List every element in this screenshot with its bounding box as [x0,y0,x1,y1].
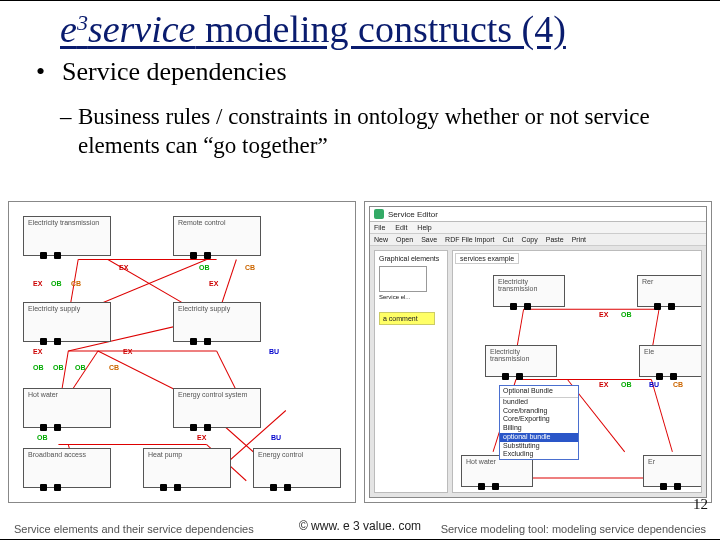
edge-label: OB [621,381,632,388]
dash: – [60,103,78,132]
menu-item[interactable]: Edit [395,224,407,231]
node-label: Hot water [28,391,58,398]
edge-label: EX [119,264,128,271]
node-box[interactable]: Rer [637,275,702,307]
palette-item[interactable] [379,266,427,292]
window-title: Service Editor [388,210,438,219]
node-label: Energy control [258,451,303,458]
title-e: e [60,8,77,50]
window-body: Graphical elements Service el... a comme… [370,246,706,497]
node-box: Hot water [23,388,111,428]
edge-label: EX [599,381,608,388]
palette-item-label: Service el... [379,294,443,300]
figure-left: Electricity transmission Remote control … [8,201,356,503]
edge-label: CB [71,280,81,287]
bullet-1: Service dependencies [62,57,287,87]
node-label: Remote control [178,219,225,226]
toolbar-button[interactable]: New [374,236,388,243]
edge-label: EX [197,434,206,441]
node-label: Electricity supply [178,305,230,312]
edge-label: OB [33,364,44,371]
menubar: File Edit Help [370,222,706,234]
node-label: Electricity transmission [498,278,537,292]
edge-label: CB [673,381,683,388]
menu-item[interactable]: Help [417,224,431,231]
slide: e3service modeling constructs (4) • Serv… [0,1,720,539]
sticky-note-text: a comment [383,315,418,322]
toolbar-button[interactable]: Save [421,236,437,243]
node-label: Er [648,458,655,465]
sub-bullet-text: Business rules / constraints in ontology… [78,104,650,158]
sub-bullet: –Business rules / constraints in ontolog… [78,103,720,161]
node-box[interactable]: Electricity transmission [493,275,565,307]
node-label: Broadband access [28,451,86,458]
svg-line-22 [651,380,672,452]
node-label: Energy control system [178,391,247,398]
edge-label: OB [37,434,48,441]
node-label: Electricity transmission [28,219,99,226]
menu-item[interactable]: File [374,224,385,231]
node-box: Broadband access [23,448,111,488]
list-item[interactable]: Excluding [500,450,578,459]
title-super: 3 [77,10,88,35]
edge-label: EX [599,311,608,318]
edge-label: CB [109,364,119,371]
node-box: Electricity supply [23,302,111,342]
node-label: Electricity transmission [490,348,529,362]
toolbar-button[interactable]: RDF File Import [445,236,494,243]
edge-label: EX [33,348,42,355]
edge-label: EX [33,280,42,287]
footer-copyright: © www. e 3 value. com [0,519,720,533]
node-label: Heat pump [148,451,182,458]
edge-label: BU [271,434,281,441]
node-box: Energy control system [173,388,261,428]
dropdown-header: Optional Bundle [500,386,578,398]
node-box[interactable]: Ele [639,345,702,377]
edge-label: EX [123,348,132,355]
toolbar-button[interactable]: Open [396,236,413,243]
edge-label: BU [269,348,279,355]
node-label: Rer [642,278,653,285]
edge-label: OB [621,311,632,318]
edge-label: BU [649,381,659,388]
edge-label: CB [245,264,255,271]
editor-window: Service Editor File Edit Help New Open S… [369,206,707,498]
node-box: Remote control [173,216,261,256]
list-item[interactable]: Core/Exporting [500,415,578,424]
list-item-selected[interactable]: optional bundle [500,433,578,442]
toolbar-button[interactable]: Paste [546,236,564,243]
list-item[interactable]: bundled [500,398,578,407]
title-service: service [88,8,196,50]
node-label: Hot water [466,458,496,465]
list-item[interactable]: Substituting [500,442,578,451]
list-item[interactable]: Core/branding [500,407,578,416]
node-box[interactable]: Er [643,455,702,487]
window-titlebar: Service Editor [370,207,706,222]
bullet-dot: • [36,57,62,87]
app-icon [374,209,384,219]
bullet-list: • Service dependencies [36,57,720,87]
node-box[interactable]: Electricity transmission [485,345,557,377]
node-box: Energy control [253,448,341,488]
edge-label: OB [75,364,86,371]
edge-label: OB [53,364,64,371]
node-box: Heat pump [143,448,231,488]
edge-label: EX [209,280,218,287]
canvas-panel[interactable]: services example [452,250,702,493]
figure-right: Service Editor File Edit Help New Open S… [364,201,712,503]
slide-title: e3service modeling constructs (4) [60,9,720,51]
toolbar-button[interactable]: Cut [503,236,514,243]
node-box: Electricity transmission [23,216,111,256]
palette-header: Graphical elements [379,255,443,262]
node-label: Electricity supply [28,305,80,312]
node-box: Electricity supply [173,302,261,342]
dropdown-list[interactable]: Optional Bundle bundled Core/branding Co… [499,385,579,460]
toolbar-button[interactable]: Copy [521,236,537,243]
node-label: Ele [644,348,654,355]
page-number: 12 [693,496,708,513]
toolbar-button[interactable]: Print [572,236,586,243]
edge-label: OB [199,264,210,271]
palette-panel: Graphical elements Service el... a comme… [374,250,448,493]
sticky-note[interactable]: a comment [379,312,435,325]
list-item[interactable]: Billing [500,424,578,433]
